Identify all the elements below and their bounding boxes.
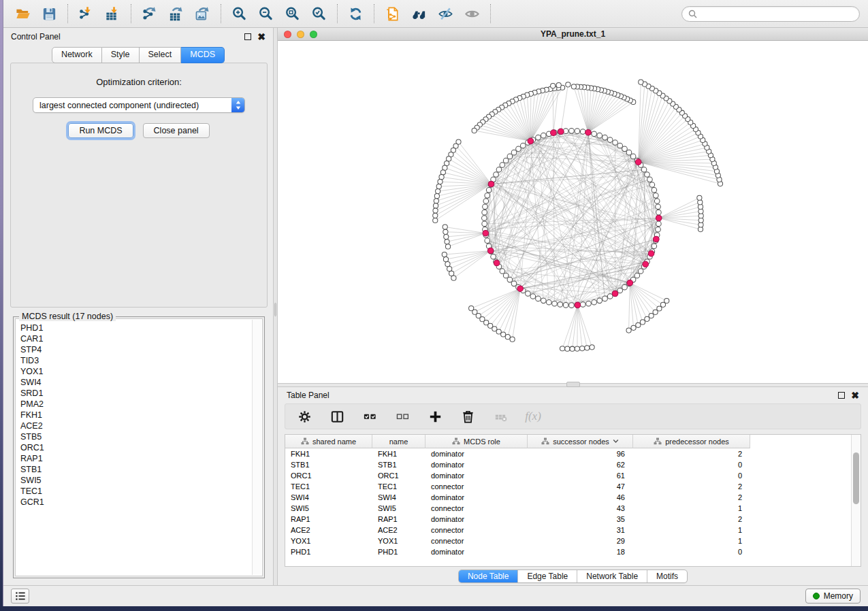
vertical-splitter-grip[interactable]	[274, 303, 276, 316]
refresh-layout-button[interactable]	[347, 5, 365, 23]
table-row[interactable]: RAP1RAP1dominator352	[285, 514, 861, 525]
mcds-result-item[interactable]: TEC1	[20, 486, 262, 497]
table-cell[interactable]: connector	[425, 482, 528, 491]
table-cell[interactable]: dominator	[425, 472, 528, 480]
zoom-selected-button[interactable]	[310, 5, 328, 23]
table-cell[interactable]: ORC1	[372, 472, 425, 480]
table-cell[interactable]: STB1	[372, 461, 425, 469]
import-table-button[interactable]	[103, 5, 122, 23]
tab-network-table[interactable]: Network Table	[577, 570, 647, 582]
import-network-button[interactable]	[77, 5, 95, 23]
table-row[interactable]: YOX1YOX1connector291	[285, 535, 861, 546]
tab-mcds[interactable]: MCDS	[181, 47, 225, 63]
mcds-result-item[interactable]: FKH1	[20, 410, 262, 420]
table-cell[interactable]: 46	[528, 493, 633, 501]
delete-column-button[interactable]	[458, 407, 477, 426]
table-cell[interactable]: SWI4	[372, 493, 425, 501]
table-cell[interactable]: SWI4	[285, 493, 372, 501]
table-scrollbar[interactable]	[851, 435, 861, 566]
float-panel-icon[interactable]	[244, 33, 251, 40]
select-all-rows-button[interactable]	[360, 407, 379, 426]
table-row[interactable]: ORC1ORC1dominator610	[285, 470, 861, 481]
mcds-result-item[interactable]: PHD1	[20, 323, 262, 333]
network-graph[interactable]	[278, 41, 868, 383]
float-table-panel-icon[interactable]	[838, 392, 845, 399]
first-neighbors-button[interactable]	[410, 5, 428, 23]
table-cell[interactable]: 1	[633, 504, 750, 512]
mcds-result-item[interactable]: TID3	[20, 355, 262, 366]
table-cell[interactable]: 47	[528, 482, 633, 491]
optimization-criterion-select[interactable]: largest connected component (undirected)	[33, 97, 245, 113]
table-cell[interactable]: SWI5	[372, 504, 425, 512]
table-scrollbar-thumb[interactable]	[853, 452, 859, 504]
table-cell[interactable]: connector	[425, 504, 528, 512]
tab-select[interactable]: Select	[140, 47, 182, 63]
horizontal-splitter-grip[interactable]	[566, 382, 580, 387]
mcds-result-item[interactable]: ACE2	[20, 420, 262, 431]
table-cell[interactable]: 0	[633, 548, 750, 556]
table-row[interactable]: SWI4SWI4dominator462	[285, 492, 861, 503]
mcds-result-item[interactable]: YOX1	[20, 366, 262, 377]
table-cell[interactable]: SWI5	[285, 504, 372, 512]
table-cell[interactable]: dominator	[425, 450, 528, 458]
vertical-splitter[interactable]	[273, 28, 278, 585]
table-cell[interactable]: 2	[633, 482, 750, 491]
table-cell[interactable]: dominator	[425, 493, 528, 501]
mcds-result-item[interactable]: STB5	[20, 431, 262, 442]
table-cell[interactable]: RAP1	[372, 515, 425, 523]
table-cell[interactable]: dominator	[425, 461, 528, 469]
mcds-list-scrollbar[interactable]	[252, 320, 261, 575]
horizontal-splitter[interactable]	[278, 383, 868, 387]
table-cell[interactable]: 35	[528, 515, 633, 523]
toggle-columns-button[interactable]	[327, 407, 347, 426]
table-cell[interactable]: PHD1	[285, 548, 372, 556]
close-table-panel-icon[interactable]: ✖	[851, 392, 859, 399]
hide-selected-button[interactable]	[436, 5, 455, 23]
search-box[interactable]	[681, 6, 860, 22]
column-header-name[interactable]: name	[372, 435, 425, 448]
column-header-MCDS-role[interactable]: MCDS role	[425, 435, 528, 448]
table-cell[interactable]: ACE2	[285, 526, 372, 534]
table-cell[interactable]: FKH1	[285, 450, 372, 458]
open-session-button[interactable]	[14, 5, 32, 23]
export-table-button[interactable]	[167, 5, 185, 23]
table-row[interactable]: STB1STB1dominator620	[285, 459, 861, 470]
network-canvas[interactable]	[278, 41, 868, 383]
export-network-button[interactable]	[140, 5, 159, 23]
zoom-out-button[interactable]	[257, 5, 275, 23]
table-cell[interactable]: 2	[633, 450, 750, 458]
new-network-from-selection-button[interactable]	[383, 5, 402, 23]
table-cell[interactable]: YOX1	[285, 537, 372, 545]
table-settings-button[interactable]	[295, 407, 314, 426]
table-row[interactable]: SWI5SWI5connector431	[285, 503, 861, 514]
memory-button[interactable]: Memory	[805, 589, 861, 604]
table-row[interactable]: FKH1FKH1dominator962	[285, 448, 861, 459]
mcds-result-item[interactable]: ORC1	[20, 442, 262, 453]
table-cell[interactable]: dominator	[425, 515, 528, 523]
table-row[interactable]: ACE2ACE2connector311	[285, 525, 861, 535]
window-close-icon[interactable]	[284, 31, 291, 38]
table-row[interactable]: TEC1TEC1connector472	[285, 481, 861, 492]
close-panel-button[interactable]: Close panel	[143, 123, 210, 138]
table-cell[interactable]: 18	[528, 548, 633, 556]
table-cell[interactable]: 62	[528, 461, 633, 469]
save-session-button[interactable]	[40, 5, 59, 23]
table-cell[interactable]: TEC1	[285, 482, 372, 491]
table-row[interactable]: PHD1PHD1dominator180	[285, 546, 861, 557]
tab-edge-table[interactable]: Edge Table	[517, 570, 577, 582]
table-cell[interactable]: 1	[633, 526, 750, 534]
export-image-button[interactable]	[193, 5, 212, 23]
table-cell[interactable]: 2	[633, 493, 750, 501]
table-cell[interactable]: 61	[528, 472, 633, 480]
deselect-all-rows-button[interactable]	[393, 407, 412, 426]
mcds-result-item[interactable]: CAR1	[20, 333, 262, 344]
table-cell[interactable]: 0	[633, 472, 750, 480]
mcds-result-item[interactable]: RAP1	[20, 453, 262, 464]
tab-node-table[interactable]: Node Table	[459, 570, 518, 582]
close-panel-icon[interactable]: ✖	[257, 33, 266, 40]
table-cell[interactable]: YOX1	[372, 537, 425, 545]
table-cell[interactable]: 29	[528, 537, 633, 545]
table-cell[interactable]: 43	[528, 504, 633, 512]
add-column-button[interactable]	[425, 407, 445, 426]
zoom-in-button[interactable]	[230, 5, 248, 23]
